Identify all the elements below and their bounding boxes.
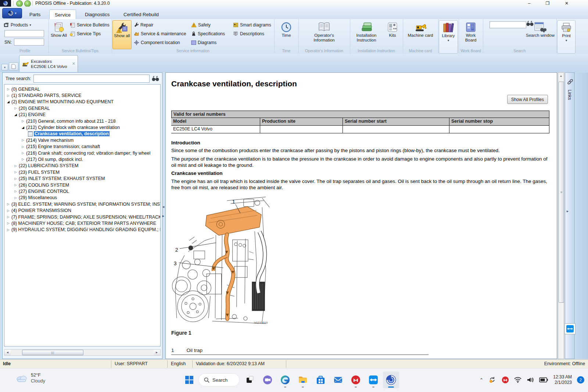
tree-item[interactable]: (0) GENERAL [4,86,160,92]
tree-item[interactable]: (215) Engine transmission; camshaft [4,144,160,150]
mega-tray-icon[interactable] [502,376,509,384]
mail-app-icon[interactable] [330,371,346,388]
smart-diagrams-item[interactable]: Smart diagrams [233,21,271,29]
scrollbar-thumb[interactable]: ≡ [559,82,564,303]
tab-list-dropdown-button[interactable]: ▾ [1,64,8,71]
service-maintenance-item[interactable]: Service & maintenance [134,30,186,37]
profile-input[interactable] [4,30,44,37]
battery-icon[interactable] [539,377,548,382]
mega-app-icon[interactable] [348,371,364,388]
weather-widget[interactable]: 52°F Cloudy [15,372,45,384]
scrollbar-thumb[interactable]: ||| [22,350,83,355]
show-all-bulletins-button[interactable]: ! Show All [50,20,68,48]
tree-item[interactable]: (216) Crank shaft; connecting rod; vibra… [4,150,160,156]
tree-expander-icon[interactable] [13,177,18,180]
wifi-icon[interactable] [514,377,521,383]
repair-item[interactable]: Repair [134,21,153,29]
links-side-tab[interactable]: Links ► [565,72,575,359]
tree-item[interactable]: (21) ENGINE [4,112,160,118]
tree-expander-icon[interactable] [13,107,18,110]
products-dropdown[interactable]: Products ▾ [4,21,31,29]
tree-expander-icon[interactable] [6,87,11,91]
binoculars-icon[interactable] [152,76,159,82]
sn-input[interactable] [14,39,44,46]
tree-expander-icon[interactable] [21,139,25,142]
menu-tab[interactable]: Parts [24,10,46,19]
tree-expander-icon[interactable] [13,170,18,174]
tree-expander-icon[interactable] [21,126,25,129]
tree-expander-icon[interactable] [6,94,11,97]
tree-item[interactable]: (8) MACHINERY HOUSE; CAB; EXTERIOR TRIM … [4,220,160,226]
tree-expander-icon[interactable] [13,183,18,187]
tree-item[interactable]: (217) Oil sump, dipstick incl. [4,156,160,162]
tree-item[interactable]: (3) ELEC. SYSTEM; WARNING SYSTEM; INFORM… [4,201,160,207]
tab-close-icon[interactable]: ✕ [72,61,75,66]
menu-tab[interactable]: Certified Rebuild [118,10,164,19]
machine-card-button[interactable]: Machine card [406,20,435,48]
service-tips-item[interactable]: Service Tips [70,30,101,37]
forward-button[interactable]: › [24,0,31,7]
tree-item[interactable]: (212) Cylinder block with crankcase vent… [4,124,160,130]
tree-expander-icon[interactable] [6,215,11,219]
tree-expander-icon[interactable] [13,164,18,168]
taskbar-search[interactable]: Search [198,373,240,386]
close-button[interactable]: ✕ [559,0,575,7]
maximize-button[interactable]: ❐ [539,0,556,7]
start-button[interactable] [181,371,197,388]
tree-item[interactable]: (22) LUBRICATING SYSTEM [4,163,160,169]
tree-horizontal-scrollbar[interactable]: ◄ ||| ► [4,349,161,356]
show-all-profiles-button[interactable]: Show All Profiles [507,95,548,104]
tree-expander-icon[interactable] [21,158,25,161]
tree-item[interactable]: (4) POWER TRANSMISSION [4,207,160,213]
print-button[interactable]: Print ▾ [557,20,576,54]
tray-chevron-icon[interactable]: ⌃ [479,377,483,383]
tree-expander-icon[interactable] [6,222,11,225]
tree-item[interactable]: (26) COOLING SYSTEM [4,182,160,188]
edge-browser-icon[interactable] [277,371,293,388]
tree-item[interactable]: (20) GENERAL [4,105,160,111]
diagrams-item[interactable]: Diagrams [191,39,216,46]
tree-item[interactable]: (1) STANDARD PARTS, SERVICE [4,92,160,98]
tree-item[interactable]: (27) ENGINE CONTROL [4,188,160,194]
search-input[interactable] [490,21,526,28]
safety-item[interactable]: ! Safety [191,21,211,29]
tray-clock[interactable]: 12:33 AM 2/1/2023 [553,374,572,385]
tree-search-input[interactable] [33,75,150,83]
tree-expander-icon[interactable] [6,228,11,231]
tree-item[interactable]: (214) Valve mechanism [4,137,160,143]
tree-expander-icon[interactable] [13,196,18,199]
search-window-button[interactable]: Search window [526,20,555,48]
minimize-button[interactable]: – [521,0,537,7]
operators-information-button[interactable]: Operator's Information [308,20,341,48]
component-location-item[interactable]: Component location [134,39,180,46]
tree-item[interactable]: (9) HYDRAULIC SYSTEM; DIGGING/ HANDLING/… [4,227,160,233]
document-vertical-scrollbar[interactable]: ▲ ≡ [558,72,564,359]
tree-item[interactable]: (2) ENGINE WITH MOUNTING AND EQUIPMENT [4,99,160,105]
prosis-app-icon[interactable] [383,371,399,388]
scroll-up-icon[interactable]: ▲ [558,73,564,79]
app-menu-button[interactable]: ▾ [2,8,22,18]
menu-tab[interactable]: Diagnostics [80,10,115,19]
tab-excavators-ec250e[interactable]: ! Excavators EC250E LC4 Volvo ✕ [19,55,78,72]
tree-expander-icon[interactable] [13,190,18,193]
notification-badge[interactable]: 2 [577,376,584,384]
show-all-service-info-button[interactable]: ! Show all [112,20,132,49]
tree-expander-icon[interactable] [21,145,25,148]
teamviewer-overlay-icon[interactable] [564,323,576,334]
file-explorer-icon[interactable] [295,371,311,388]
sync-icon[interactable] [488,376,496,384]
tree-item[interactable]: (25) INLET SYSTEM; EXHAUST SYSTEM [4,175,160,181]
tree-item[interactable]: (7) FRAME; SPRINGS; DAMPING; AXLE SUSPEN… [4,214,160,220]
specifications-item[interactable]: Specifications [191,30,225,37]
volume-icon[interactable] [527,377,534,383]
new-tab-button[interactable] [9,62,18,71]
chat-app-icon[interactable] [259,371,276,388]
tree-expander-icon[interactable] [6,100,11,104]
tree-item[interactable]: (29) Miscellaneous [4,195,160,201]
library-button[interactable]: Library ▾ [439,20,458,54]
microsoft-store-icon[interactable] [312,371,329,388]
work-board-button[interactable]: Work Board [460,20,482,48]
tree-item[interactable]: Crankcase ventilation, description [4,131,160,137]
descriptions-item[interactable]: Descriptions [233,30,264,37]
tree-item[interactable]: (23) FUEL SYSTEM [4,169,160,175]
